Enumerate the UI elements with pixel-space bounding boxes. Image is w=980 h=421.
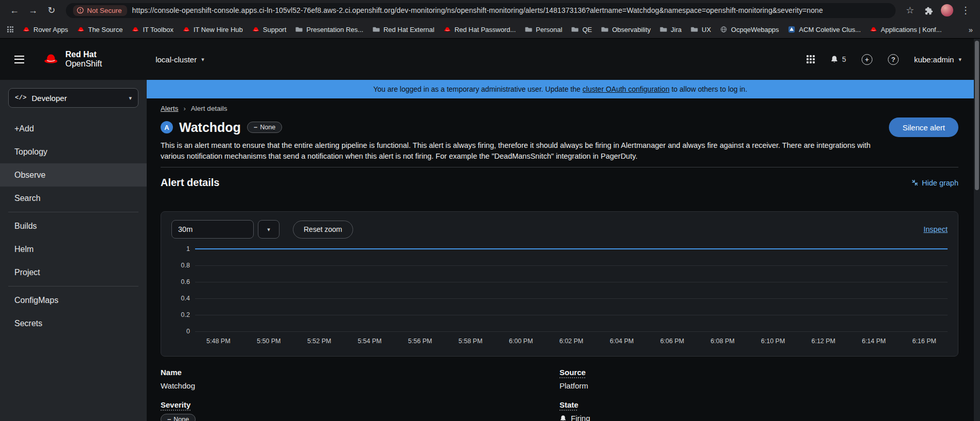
source-label[interactable]: Source <box>559 368 586 377</box>
bookmark-item[interactable]: IT Toolbox <box>132 26 173 33</box>
breadcrumb-alerts-link[interactable]: Alerts <box>161 105 179 112</box>
severity-label[interactable]: Severity <box>161 400 190 409</box>
x-axis-tick-label: 5:52 PM <box>307 338 331 345</box>
bookmark-item[interactable]: Red Hat Password... <box>444 26 516 33</box>
code-icon: </> <box>15 94 27 102</box>
perspective-switcher[interactable]: </> Developer ▾ <box>8 88 138 108</box>
chart-gridline <box>195 315 948 315</box>
section-heading: Alert details <box>161 177 219 189</box>
x-axis-tick-label: 6:00 PM <box>509 338 533 345</box>
bookmark-item[interactable]: Rover Apps <box>23 26 68 33</box>
bookmark-item[interactable]: Red Hat External <box>373 26 434 33</box>
bookmark-label: Presentation Res... <box>306 26 363 33</box>
redhat-icon <box>444 26 451 33</box>
folder-icon <box>373 26 380 33</box>
y-axis-tick-label: 0.6 <box>171 278 190 285</box>
timespan-input[interactable]: 30m <box>171 220 254 239</box>
user-menu[interactable]: kube:admin ▾ <box>914 55 961 64</box>
bookmark-item[interactable]: Personal <box>525 26 562 33</box>
bookmark-label: IT New Hire Hub <box>194 26 243 33</box>
bookmark-label: Red Hat Password... <box>454 26 516 33</box>
title-row: A Watchdog -- None Silence alert <box>161 117 958 137</box>
extensions-icon[interactable] <box>920 2 937 19</box>
bookmark-label: OcpqeWebapps <box>731 26 779 33</box>
sidebar-item-topology[interactable]: Topology <box>0 140 147 163</box>
not-secure-badge[interactable]: Not Secure <box>73 5 127 16</box>
sidebar-item-secrets[interactable]: Secrets <box>0 312 147 335</box>
alert-resource-badge: A <box>161 121 173 133</box>
bookmark-label: Jira <box>671 26 681 33</box>
sidebar-item-project[interactable]: Project <box>0 261 147 284</box>
sidebar-item-search[interactable]: Search <box>0 187 147 210</box>
bookmark-label: QE <box>582 26 592 33</box>
profile-avatar[interactable] <box>941 4 953 16</box>
quick-add-icon[interactable]: + <box>862 54 872 65</box>
redhat-icon <box>183 26 190 33</box>
oauth-config-link[interactable]: cluster OAuth configuration <box>583 85 670 93</box>
bookmark-label: Red Hat External <box>383 26 434 33</box>
bookmark-item[interactable]: IT New Hire Hub <box>183 26 243 33</box>
severity-value-label: None <box>173 416 189 421</box>
chevron-down-icon: ▾ <box>129 95 132 102</box>
sidebar-item-add[interactable]: +Add <box>0 117 147 140</box>
apps-grid-icon[interactable] <box>7 26 13 32</box>
notification-count: 5 <box>842 55 846 63</box>
x-axis-tick-label: 5:48 PM <box>206 338 231 345</box>
sidebar-item-builds[interactable]: Builds <box>0 214 147 238</box>
bookmark-item[interactable]: Support <box>252 26 287 33</box>
chart-gridline <box>195 298 948 299</box>
sidebar-item-configmaps[interactable]: ConfigMaps <box>0 289 147 312</box>
app-launcher-icon[interactable] <box>807 55 815 63</box>
bookmark-item[interactable]: The Source <box>77 26 122 33</box>
sidebar-nav: +AddTopologyObserveSearchBuildsHelmProje… <box>0 117 147 335</box>
bookmark-item[interactable]: QE <box>571 26 592 33</box>
bookmark-item[interactable]: OcpqeWebapps <box>720 26 779 33</box>
bookmark-star-icon[interactable]: ☆ <box>902 2 918 19</box>
notifications-button[interactable]: 5 <box>830 55 846 63</box>
bookmark-item[interactable]: UX <box>691 26 711 33</box>
sidebar-item-helm[interactable]: Helm <box>0 238 147 261</box>
hide-graph-link[interactable]: Hide graph <box>912 179 958 187</box>
help-icon[interactable]: ? <box>888 54 899 65</box>
state-label[interactable]: State <box>559 400 579 409</box>
security-label: Not Secure <box>87 7 122 14</box>
address-bar[interactable]: Not Secure https://console-openshift-con… <box>66 3 896 18</box>
bookmark-label: ACM Coletive Clus... <box>799 26 861 33</box>
x-axis-tick-label: 6:04 PM <box>610 338 634 345</box>
back-icon[interactable]: ← <box>6 2 23 19</box>
browser-menu-icon[interactable]: ⋮ <box>957 2 974 19</box>
plot-wrap: 10.80.60.40.20 5:48 PM5:50 PM5:52 PM5:54… <box>171 249 948 347</box>
severity-dash-icon: -- <box>254 124 257 131</box>
bookmark-label: The Source <box>88 26 122 33</box>
url-text: https://console-openshift-console.apps.c… <box>132 6 823 14</box>
bookmark-item[interactable]: Jira <box>660 26 681 33</box>
section-head: Alert details Hide graph <box>161 177 958 189</box>
page-scrollbar[interactable] <box>974 39 980 421</box>
bookmark-item[interactable]: Presentation Res... <box>295 26 363 33</box>
cluster-selector[interactable]: local-cluster ▾ <box>155 55 204 64</box>
menu-toggle-icon[interactable] <box>14 56 24 63</box>
severity-badge: -- None <box>247 122 282 133</box>
bookmark-item[interactable]: ACM Coletive Clus... <box>788 26 861 33</box>
scrollbar-thumb[interactable] <box>975 41 979 190</box>
banner-text-prefix: You are logged in as a temporary adminis… <box>373 85 581 93</box>
inspect-link[interactable]: Inspect <box>923 225 948 233</box>
field-name: Name Watchdog <box>161 368 559 390</box>
reload-icon[interactable]: ↻ <box>43 2 60 19</box>
alert-fields: Name Watchdog Source Platform Severity -… <box>161 368 958 421</box>
hide-graph-label: Hide graph <box>922 179 958 187</box>
timespan-dropdown-button[interactable]: ▾ <box>258 220 279 239</box>
bookmark-item[interactable]: Observability <box>601 26 651 33</box>
watchdog-series-line <box>195 248 948 249</box>
main-content: You are logged in as a temporary adminis… <box>147 80 974 421</box>
silence-alert-button[interactable]: Silence alert <box>889 117 958 137</box>
forward-icon[interactable]: → <box>25 2 41 19</box>
app-icon <box>788 26 795 33</box>
folder-icon <box>660 26 667 33</box>
reset-zoom-button[interactable]: Reset zoom <box>293 221 353 239</box>
bookmarks-overflow-chevron[interactable]: » <box>969 25 973 34</box>
sidebar-item-observe[interactable]: Observe <box>0 163 147 187</box>
x-axis-tick-label: 5:56 PM <box>408 338 432 345</box>
line-chart[interactable]: 10.80.60.40.20 <box>195 249 948 331</box>
bookmark-item[interactable]: Applications | Konf... <box>870 26 941 33</box>
